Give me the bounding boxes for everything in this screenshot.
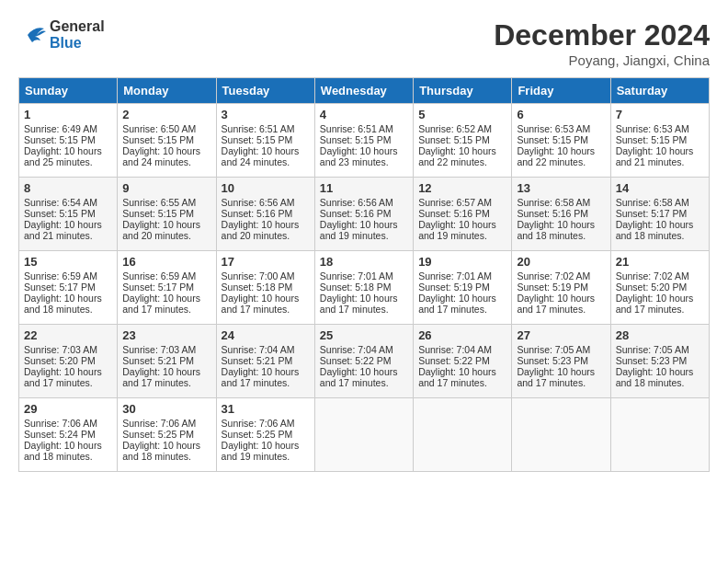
table-row: 7 Sunrise: 6:53 AM Sunset: 5:15 PM Dayli… <box>610 104 709 178</box>
sunset: Sunset: 5:17 PM <box>616 208 688 219</box>
table-row: 19 Sunrise: 7:01 AM Sunset: 5:19 PM Dayl… <box>414 251 512 325</box>
daylight: Daylight: 10 hours and 17 minutes. <box>418 293 496 315</box>
day-number: 10 <box>222 181 310 195</box>
sunset: Sunset: 5:19 PM <box>517 282 588 293</box>
day-number: 1 <box>24 108 112 121</box>
sunset: Sunset: 5:22 PM <box>320 355 392 366</box>
sunset: Sunset: 5:18 PM <box>222 282 293 293</box>
daylight: Daylight: 10 hours and 17 minutes. <box>616 293 694 315</box>
daylight: Daylight: 10 hours and 18 minutes. <box>24 440 102 462</box>
sunset: Sunset: 5:20 PM <box>24 355 96 366</box>
col-wednesday: Wednesday <box>314 78 413 104</box>
day-number: 31 <box>222 402 310 416</box>
sunrise: Sunrise: 6:52 AM <box>418 123 492 134</box>
day-number: 16 <box>122 255 210 269</box>
day-number: 25 <box>320 328 408 342</box>
table-row: 16 Sunrise: 6:59 AM Sunset: 5:17 PM Dayl… <box>118 251 216 325</box>
table-row: 11 Sunrise: 6:56 AM Sunset: 5:16 PM Dayl… <box>314 178 413 251</box>
sunrise: Sunrise: 6:55 AM <box>122 197 196 208</box>
sunrise: Sunrise: 7:03 AM <box>122 344 196 355</box>
daylight: Daylight: 10 hours and 25 minutes. <box>24 145 102 167</box>
sunrise: Sunrise: 6:58 AM <box>616 197 689 208</box>
daylight: Daylight: 10 hours and 17 minutes. <box>517 366 595 388</box>
day-number: 4 <box>320 108 408 121</box>
daylight: Daylight: 10 hours and 17 minutes. <box>122 366 200 388</box>
daylight: Daylight: 10 hours and 17 minutes. <box>320 366 398 388</box>
sunrise: Sunrise: 7:06 AM <box>222 418 295 429</box>
sunset: Sunset: 5:16 PM <box>320 208 392 219</box>
table-row: 17 Sunrise: 7:00 AM Sunset: 5:18 PM Dayl… <box>216 251 314 325</box>
sunset: Sunset: 5:21 PM <box>122 355 194 366</box>
sunrise: Sunrise: 6:49 AM <box>24 123 97 134</box>
table-row <box>512 398 610 472</box>
table-row: 2 Sunrise: 6:50 AM Sunset: 5:15 PM Dayli… <box>118 104 216 178</box>
sunrise: Sunrise: 7:03 AM <box>24 344 97 355</box>
day-number: 23 <box>122 328 210 342</box>
table-row: 10 Sunrise: 6:56 AM Sunset: 5:16 PM Dayl… <box>216 178 314 251</box>
logo: General Blue <box>18 18 105 52</box>
calendar-table: Sunday Monday Tuesday Wednesday Thursday… <box>18 77 710 472</box>
table-row <box>610 398 709 472</box>
table-row: 18 Sunrise: 7:01 AM Sunset: 5:18 PM Dayl… <box>314 251 413 325</box>
day-number: 2 <box>122 108 210 121</box>
sunrise: Sunrise: 7:05 AM <box>616 344 689 355</box>
calendar-week-row: 1 Sunrise: 6:49 AM Sunset: 5:15 PM Dayli… <box>19 104 710 178</box>
sunset: Sunset: 5:22 PM <box>418 355 490 366</box>
table-row <box>414 398 512 472</box>
sunset: Sunset: 5:15 PM <box>24 134 96 145</box>
daylight: Daylight: 10 hours and 18 minutes. <box>517 219 595 241</box>
sunrise: Sunrise: 7:04 AM <box>418 344 492 355</box>
day-number: 14 <box>616 181 704 195</box>
sunrise: Sunrise: 6:59 AM <box>24 270 97 282</box>
sunset: Sunset: 5:16 PM <box>517 208 588 219</box>
day-number: 13 <box>517 181 605 195</box>
sunset: Sunset: 5:25 PM <box>222 429 293 440</box>
logo-bird-icon <box>18 24 46 46</box>
sunrise: Sunrise: 7:06 AM <box>122 418 196 429</box>
table-row: 9 Sunrise: 6:55 AM Sunset: 5:15 PM Dayli… <box>118 178 216 251</box>
table-row: 28 Sunrise: 7:05 AM Sunset: 5:23 PM Dayl… <box>610 325 709 398</box>
sunrise: Sunrise: 6:57 AM <box>418 197 492 208</box>
day-number: 7 <box>616 108 704 121</box>
daylight: Daylight: 10 hours and 17 minutes. <box>418 366 496 388</box>
sunset: Sunset: 5:16 PM <box>222 208 293 219</box>
sunset: Sunset: 5:24 PM <box>24 429 96 440</box>
sunrise: Sunrise: 6:56 AM <box>320 197 393 208</box>
title-block: December 2024 Poyang, Jiangxi, China <box>494 18 710 68</box>
day-number: 27 <box>517 328 605 342</box>
table-row: 26 Sunrise: 7:04 AM Sunset: 5:22 PM Dayl… <box>414 325 512 398</box>
sunrise: Sunrise: 6:51 AM <box>222 123 295 134</box>
sunrise: Sunrise: 7:00 AM <box>222 270 295 282</box>
daylight: Daylight: 10 hours and 24 minutes. <box>222 145 300 167</box>
day-number: 11 <box>320 181 408 195</box>
day-number: 17 <box>222 255 310 269</box>
sunset: Sunset: 5:15 PM <box>418 134 490 145</box>
day-number: 20 <box>517 255 605 269</box>
sunset: Sunset: 5:19 PM <box>418 282 490 293</box>
sunset: Sunset: 5:15 PM <box>24 208 96 219</box>
day-number: 5 <box>418 108 506 121</box>
daylight: Daylight: 10 hours and 22 minutes. <box>418 145 496 167</box>
daylight: Daylight: 10 hours and 19 minutes. <box>320 219 398 241</box>
table-row: 20 Sunrise: 7:02 AM Sunset: 5:19 PM Dayl… <box>512 251 610 325</box>
table-row: 6 Sunrise: 6:53 AM Sunset: 5:15 PM Dayli… <box>512 104 610 178</box>
sunset: Sunset: 5:15 PM <box>222 134 293 145</box>
sunrise: Sunrise: 7:05 AM <box>517 344 590 355</box>
daylight: Daylight: 10 hours and 17 minutes. <box>517 293 595 315</box>
day-number: 28 <box>616 328 704 342</box>
day-number: 18 <box>320 255 408 269</box>
sunset: Sunset: 5:20 PM <box>616 282 688 293</box>
sunset: Sunset: 5:18 PM <box>320 282 392 293</box>
daylight: Daylight: 10 hours and 17 minutes. <box>222 293 300 315</box>
sunrise: Sunrise: 6:59 AM <box>122 270 196 282</box>
col-saturday: Saturday <box>610 78 709 104</box>
daylight: Daylight: 10 hours and 23 minutes. <box>320 145 398 167</box>
sunset: Sunset: 5:15 PM <box>517 134 588 145</box>
daylight: Daylight: 10 hours and 19 minutes. <box>222 440 300 462</box>
day-number: 24 <box>222 328 310 342</box>
daylight: Daylight: 10 hours and 21 minutes. <box>24 219 102 241</box>
daylight: Daylight: 10 hours and 17 minutes. <box>122 293 200 315</box>
day-number: 15 <box>24 255 112 269</box>
table-row: 5 Sunrise: 6:52 AM Sunset: 5:15 PM Dayli… <box>414 104 512 178</box>
col-monday: Monday <box>118 78 216 104</box>
